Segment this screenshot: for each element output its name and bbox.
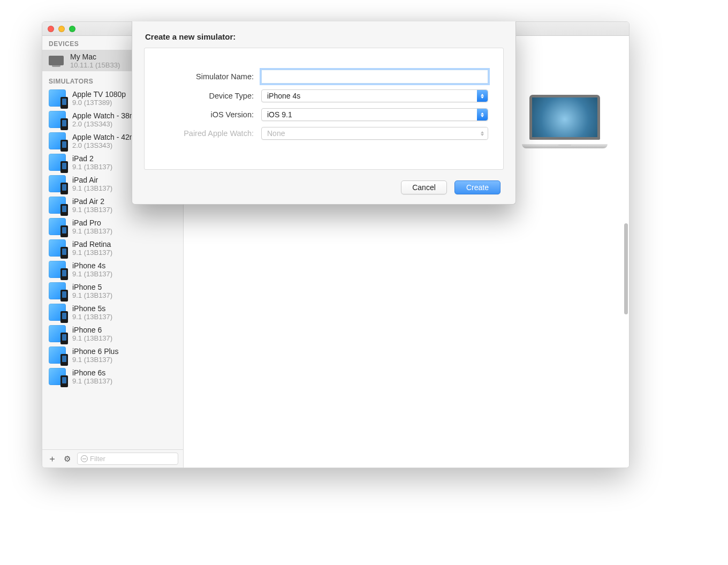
simulator-icon (49, 111, 66, 128)
label-simulator-name: Simulator Name: (160, 72, 261, 81)
simulator-icon (49, 346, 66, 364)
filter-field[interactable] (77, 453, 178, 465)
simulator-icon (49, 261, 66, 278)
sidebar-item-label: iPhone 6 Plus (72, 347, 118, 356)
simulator-icon (49, 89, 66, 107)
sidebar-item-subtitle: 9.1 (13B137) (72, 206, 112, 214)
create-simulator-sheet: Create a new simulator: Simulator Name: … (132, 21, 516, 205)
sidebar-item-simulator[interactable]: iPhone 6s 9.1 (13B137) (42, 366, 183, 387)
device-type-popup[interactable]: iPhone 4s (261, 89, 488, 102)
sidebar-item-simulator[interactable]: iPhone 4s 9.1 (13B137) (42, 259, 183, 280)
sidebar-item-simulator[interactable]: iPhone 5 9.1 (13B137) (42, 280, 183, 302)
ios-version-popup[interactable]: iOS 9.1 (261, 108, 488, 121)
sidebar-item-subtitle: 9.1 (13B137) (72, 377, 112, 385)
sheet-title: Create a new simulator: (132, 21, 515, 48)
sidebar-item-subtitle: 9.1 (13B137) (72, 313, 112, 321)
sidebar-item-subtitle: 9.1 (13B137) (72, 270, 112, 278)
sidebar-item-subtitle: 9.1 (13B137) (72, 334, 112, 342)
sidebar-item-label: iPhone 5 (72, 283, 112, 291)
close-window-button[interactable] (48, 26, 54, 32)
sidebar-item-label: iPad Pro (72, 219, 112, 227)
simulator-icon (49, 154, 66, 171)
simulator-icon (49, 368, 66, 385)
sidebar-item-simulator[interactable]: iPhone 6 9.1 (13B137) (42, 323, 183, 344)
sidebar-item-label: iPhone 6s (72, 368, 112, 377)
sidebar-footer: ＋ ⚙ (42, 449, 183, 468)
sidebar-item-simulator[interactable]: iPad Pro 9.1 (13B137) (42, 216, 183, 237)
sidebar-item-subtitle: 9.0 (13T389) (72, 99, 126, 107)
simulator-icon (49, 175, 66, 192)
simulator-icon (49, 239, 66, 257)
sidebar-item-subtitle: 9.1 (13B137) (72, 163, 112, 171)
mac-icon (49, 56, 64, 65)
sidebar-item-simulator[interactable]: iPad Retina 9.1 (13B137) (42, 237, 183, 259)
simulator-icon (49, 132, 66, 149)
add-button[interactable]: ＋ (47, 454, 57, 463)
simulator-icon (49, 304, 66, 321)
simulator-name-input[interactable] (261, 70, 488, 84)
sidebar-item-label: iPhone 6 (72, 326, 112, 334)
minimize-window-button[interactable] (58, 26, 65, 32)
sidebar-item-subtitle: 9.1 (13B137) (72, 248, 112, 257)
filter-input[interactable] (90, 455, 175, 463)
ios-version-value: iOS 9.1 (267, 110, 477, 119)
filter-icon (81, 455, 88, 462)
sidebar-item-label: iPad 2 (72, 154, 112, 163)
zoom-window-button[interactable] (69, 26, 75, 32)
sidebar-item-label: My Mac (70, 52, 120, 61)
sidebar-item-label: iPhone 4s (72, 261, 112, 270)
cancel-button[interactable]: Cancel (401, 180, 447, 194)
sidebar-item-label: iPad Air 2 (72, 197, 112, 206)
label-device-type: Device Type: (160, 92, 261, 100)
sheet-form-panel: Simulator Name: Device Type: iPhone 4s i… (144, 48, 504, 170)
sidebar-item-label: Apple TV 1080p (72, 90, 126, 99)
paired-watch-popup: None (261, 127, 488, 140)
device-image-macbook (522, 95, 608, 150)
simulator-icon (49, 325, 66, 342)
sidebar-item-label: iPad Retina (72, 240, 112, 248)
sidebar-item-simulator[interactable]: iPhone 6 Plus 9.1 (13B137) (42, 344, 183, 366)
scrollbar-thumb[interactable] (624, 223, 628, 314)
popup-arrows-icon (477, 90, 488, 102)
simulator-icon (49, 197, 66, 214)
sidebar-item-subtitle: 9.1 (13B137) (72, 227, 112, 235)
sidebar-item-subtitle: 9.1 (13B137) (72, 291, 112, 299)
sidebar-item-simulator[interactable]: iPhone 5s 9.1 (13B137) (42, 302, 183, 323)
label-paired-watch: Paired Apple Watch: (160, 129, 261, 138)
create-button[interactable]: Create (454, 180, 500, 194)
label-ios-version: iOS Version: (160, 110, 261, 119)
paired-watch-value: None (267, 129, 477, 138)
device-type-value: iPhone 4s (267, 92, 477, 100)
simulator-icon (49, 282, 66, 299)
simulator-icon (49, 218, 66, 235)
sidebar-item-label: iPad Air (72, 176, 112, 184)
sidebar-item-subtitle: 9.1 (13B137) (72, 356, 118, 364)
sidebar-item-label: iPhone 5s (72, 304, 112, 313)
popup-arrows-icon (477, 109, 488, 120)
popup-arrows-icon (477, 127, 488, 139)
sidebar-item-subtitle: 9.1 (13B137) (72, 184, 112, 192)
sidebar-item-subtitle: 10.11.1 (15B33) (70, 61, 120, 69)
gear-icon[interactable]: ⚙ (62, 455, 72, 463)
